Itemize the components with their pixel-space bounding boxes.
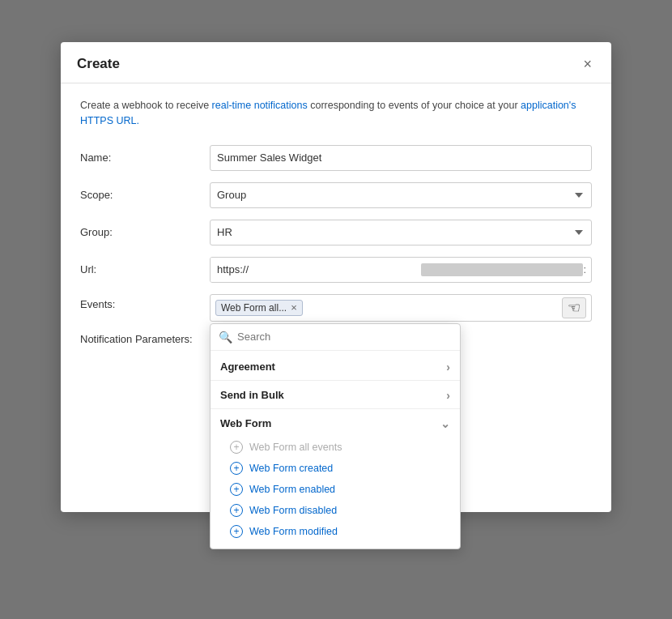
scope-row: Scope: Group Account User xyxy=(80,182,592,208)
web-form-enabled-item[interactable]: + Web Form enabled xyxy=(211,479,460,500)
modal-body: Create a webhook to receive real-time no… xyxy=(61,83,611,512)
event-tag: Web Form all... × xyxy=(215,300,303,316)
url-input-wrapper: : xyxy=(210,257,592,283)
search-box: 🔍 xyxy=(211,324,460,351)
web-form-created-item[interactable]: + Web Form created xyxy=(211,458,460,479)
scope-label: Scope: xyxy=(80,189,210,201)
url-row: Url: : xyxy=(80,257,592,283)
events-label: Events: xyxy=(80,294,210,310)
modal-title: Create xyxy=(77,56,120,72)
name-row: Name: xyxy=(80,145,592,171)
divider-2 xyxy=(211,408,460,409)
divider-1 xyxy=(211,380,460,381)
web-form-all-events-label: Web Form all events xyxy=(249,442,342,453)
web-form-group-items: + Web Form all events + Web Form created… xyxy=(211,435,460,545)
agreement-chevron-icon: › xyxy=(446,361,450,374)
name-label: Name: xyxy=(80,152,210,164)
web-form-modified-label: Web Form modified xyxy=(249,526,338,537)
url-label: Url: xyxy=(80,263,210,275)
web-form-all-events-plus-icon: + xyxy=(230,441,243,454)
web-form-disabled-plus-icon: + xyxy=(230,504,243,517)
events-container: Web Form all... × ☜ 🔍 xyxy=(210,294,592,322)
event-tag-close[interactable]: × xyxy=(291,302,297,313)
web-form-modified-item[interactable]: + Web Form modified xyxy=(211,521,460,542)
url-input[interactable] xyxy=(211,258,418,282)
web-form-disabled-item[interactable]: + Web Form disabled xyxy=(211,500,460,521)
group-label: Group: xyxy=(80,226,210,238)
create-modal: Create × Create a webhook to receive rea… xyxy=(61,42,611,512)
web-form-all-events-item[interactable]: + Web Form all events xyxy=(211,437,460,458)
url-blurred-value xyxy=(421,263,583,276)
web-form-chevron-icon: ⌄ xyxy=(440,417,450,430)
search-icon: 🔍 xyxy=(219,331,232,344)
group-row: Group: HR Marketing Sales xyxy=(80,220,592,245)
web-form-enabled-plus-icon: + xyxy=(230,483,243,496)
web-form-created-plus-icon: + xyxy=(230,462,243,475)
send-in-bulk-group-header[interactable]: Send in Bulk › xyxy=(211,382,460,407)
search-input[interactable] xyxy=(237,331,452,343)
modal-header: Create × xyxy=(61,42,611,83)
send-in-bulk-chevron-icon: › xyxy=(446,389,450,402)
scope-select[interactable]: Group Account User xyxy=(210,182,592,208)
web-form-created-label: Web Form created xyxy=(249,463,333,474)
group-select[interactable]: HR Marketing Sales xyxy=(210,220,592,245)
web-form-disabled-label: Web Form disabled xyxy=(249,505,337,516)
web-form-modified-plus-icon: + xyxy=(230,525,243,538)
web-form-group-header[interactable]: Web Form ⌄ xyxy=(211,411,460,435)
real-time-link[interactable]: real-time notifications xyxy=(212,100,308,111)
events-dropdown-button[interactable]: ☜ xyxy=(562,297,586,318)
description-text: Create a webhook to receive real-time no… xyxy=(80,98,592,129)
agreement-group-label: Agreement xyxy=(220,361,275,373)
close-button[interactable]: × xyxy=(580,55,595,73)
url-colon: : xyxy=(583,263,591,275)
events-dropdown-panel: 🔍 Agreement › Send in Bulk xyxy=(210,323,461,549)
send-in-bulk-group-label: Send in Bulk xyxy=(220,389,284,401)
agreement-group-header[interactable]: Agreement › xyxy=(211,354,460,378)
name-input[interactable] xyxy=(210,145,592,171)
events-input: Web Form all... × ☜ xyxy=(210,294,592,322)
url-link[interactable]: application's HTTPS URL. xyxy=(80,100,576,126)
web-form-enabled-label: Web Form enabled xyxy=(249,484,335,495)
dropdown-list: Agreement › Send in Bulk › Web Form xyxy=(211,351,460,549)
web-form-group-label: Web Form xyxy=(220,417,271,429)
hand-icon: ☜ xyxy=(568,299,581,317)
notif-params-label: Notification Parameters: xyxy=(80,333,210,345)
events-row: Events: Web Form all... × ☜ 🔍 xyxy=(80,294,592,322)
event-tag-label: Web Form all... xyxy=(221,302,287,314)
